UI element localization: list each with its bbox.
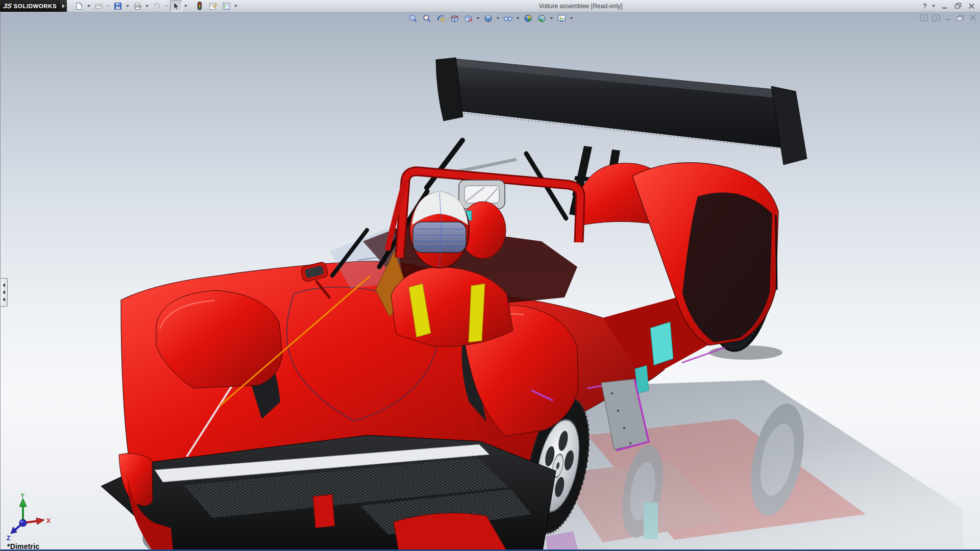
collapse-arrow-icon — [3, 290, 5, 294]
minimize-icon — [942, 3, 948, 9]
close-document-icon — [969, 14, 976, 21]
rebuild-button[interactable] — [193, 1, 206, 12]
help-button[interactable]: ? — [923, 2, 927, 10]
flyout-arrow-icon — [62, 4, 65, 8]
view-orientation-dropdown[interactable] — [476, 13, 480, 23]
options-dropdown[interactable] — [233, 1, 238, 11]
view-orientation-button[interactable] — [462, 13, 474, 23]
solidworks-window: 3S SOLIDWORKS — [0, 0, 980, 551]
triad-x-label: X — [46, 517, 51, 524]
undo-dropdown[interactable] — [164, 1, 169, 11]
section-view-icon — [450, 14, 459, 23]
restore-button[interactable] — [953, 2, 963, 10]
hide-show-items-icon — [503, 14, 513, 23]
reference-triad: Y X Z — [4, 493, 55, 544]
zoom-to-fit-icon — [408, 14, 418, 23]
title-bar: 3S SOLIDWORKS — [0, 0, 980, 12]
zoom-to-area-icon — [422, 14, 431, 23]
triad-y-label: Y — [20, 493, 24, 499]
previous-view-button[interactable] — [434, 13, 447, 23]
document-title: Voiture assemblee [Read-only] — [238, 2, 923, 10]
open-button[interactable] — [92, 1, 105, 12]
minimize-button[interactable] — [940, 2, 949, 10]
display-style-icon — [483, 14, 493, 23]
undo-icon — [152, 2, 161, 10]
collapse-left-pane-button[interactable] — [919, 14, 928, 21]
hide-show-items-button[interactable] — [502, 13, 514, 23]
select-tool-dropdown[interactable] — [183, 1, 188, 11]
select-tool-button[interactable] — [170, 1, 182, 12]
undo-button[interactable] — [151, 1, 163, 12]
minimize-document-icon — [945, 14, 952, 21]
options-checklist-icon — [222, 2, 231, 10]
open-folder-icon — [94, 2, 103, 10]
note-edit-icon — [209, 2, 217, 10]
graphics-area[interactable]: Y X Z *Dimetric — [0, 12, 980, 551]
view-settings-button[interactable] — [555, 13, 568, 23]
collapse-arrow-icon — [3, 283, 5, 287]
save-dropdown[interactable] — [125, 1, 130, 11]
traffic-light-icon — [197, 2, 203, 10]
print-icon — [133, 2, 142, 10]
new-document-icon — [75, 2, 83, 10]
file-properties-button[interactable] — [207, 1, 219, 12]
menu-flyout-arrow[interactable] — [60, 0, 67, 12]
display-style-dropdown[interactable] — [496, 13, 500, 23]
close-icon — [968, 3, 975, 9]
help-dropdown[interactable] — [931, 1, 936, 11]
model-render-race-car — [1, 12, 980, 551]
solidworks-logo: 3S SOLIDWORKS — [0, 0, 60, 12]
view-orientation-icon — [463, 14, 473, 23]
heads-up-view-toolbar — [407, 13, 574, 23]
print-dropdown[interactable] — [144, 1, 150, 11]
save-button[interactable] — [112, 1, 124, 12]
apply-scene-icon — [537, 14, 546, 23]
select-cursor-icon — [173, 2, 180, 10]
collapse-left-pane-icon — [920, 14, 928, 21]
edit-appearance-icon — [523, 14, 532, 23]
solidworks-logo-text: SOLIDWORKS — [14, 3, 57, 9]
options-button[interactable] — [220, 1, 232, 12]
document-window-controls — [919, 14, 977, 21]
restore-document-icon — [957, 14, 965, 21]
save-icon — [114, 2, 122, 10]
expand-right-pane-button[interactable] — [932, 14, 940, 21]
apply-scene-dropdown[interactable] — [549, 13, 554, 23]
restore-icon — [954, 3, 962, 9]
view-settings-icon — [557, 14, 566, 23]
window-controls: ? — [923, 1, 976, 11]
triad-z-label: Z — [7, 535, 10, 542]
display-style-button[interactable] — [482, 13, 494, 23]
hide-show-items-dropdown[interactable] — [516, 13, 520, 23]
standard-toolbar — [73, 1, 238, 12]
view-settings-dropdown[interactable] — [569, 13, 574, 23]
edit-appearance-button[interactable] — [522, 13, 534, 23]
feature-manager-splitter-tab[interactable] — [1, 278, 8, 307]
view-orientation-label: *Dimetric — [7, 542, 39, 550]
new-document-button[interactable] — [73, 1, 85, 12]
zoom-to-fit-button[interactable] — [407, 13, 419, 23]
zoom-to-area-button[interactable] — [421, 13, 433, 23]
ds-logo-mark: 3S — [3, 2, 12, 10]
new-document-dropdown[interactable] — [86, 1, 91, 11]
close-document-button[interactable] — [968, 14, 977, 21]
close-button[interactable] — [967, 2, 976, 10]
section-view-button[interactable] — [448, 13, 460, 23]
previous-view-icon — [436, 14, 445, 23]
open-dropdown[interactable] — [106, 1, 111, 11]
minimize-document-button[interactable] — [944, 14, 952, 21]
expand-right-pane-icon — [932, 14, 940, 21]
restore-document-button[interactable] — [956, 14, 965, 21]
print-button[interactable] — [131, 1, 143, 12]
collapse-arrow-icon — [3, 297, 5, 302]
apply-scene-button[interactable] — [535, 13, 548, 23]
